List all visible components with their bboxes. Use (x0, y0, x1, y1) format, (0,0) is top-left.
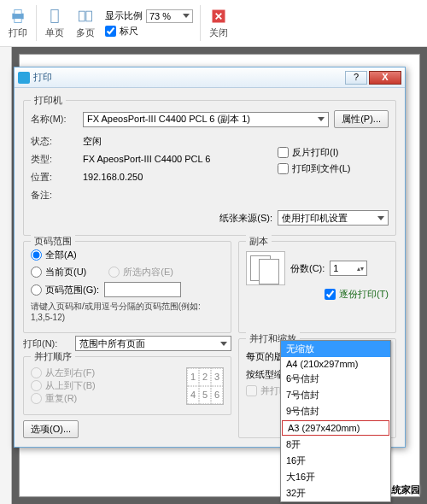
copies-icon (246, 251, 285, 285)
dialog-title: 打印 (33, 71, 343, 84)
dropdown-option[interactable]: A4 (210x297mm) (281, 357, 390, 371)
copies-group: 副本 份数(C): 1▴▾ 逐份打印(T) (238, 241, 396, 333)
chevron-down-icon (183, 14, 190, 18)
pagerange-legend: 页码范围 (31, 235, 75, 248)
order-tb-label: 从上到下(B) (45, 379, 96, 392)
close-icon (210, 8, 227, 25)
order-lr-radio: 从左到右(F) (31, 366, 181, 379)
ribbon-zoom-group: 显示比例 73 % 标尺 (102, 2, 196, 44)
dropdown-option[interactable]: 6号信封 (281, 371, 390, 387)
range-pages-input[interactable] (31, 284, 42, 296)
range-pages-field[interactable] (104, 282, 181, 297)
copies-count-label: 份数(C): (290, 262, 325, 275)
tofile-checkbox[interactable]: 打印到文件(L) (278, 162, 389, 175)
mirror-label: 反片打印(I) (292, 146, 338, 159)
mirror-check-input[interactable] (278, 147, 289, 158)
svg-rect-2 (15, 18, 21, 22)
type-value: FX ApeosPort-III C4400 PCL 6 (83, 154, 210, 164)
range-all-input[interactable] (31, 249, 42, 261)
zoom-value: 73 % (149, 11, 171, 21)
order-lr-label: 从左到右(F) (45, 366, 95, 379)
tofile-check-input[interactable] (278, 163, 289, 174)
dropdown-option[interactable]: 16开 (281, 453, 390, 469)
separator (36, 5, 37, 41)
dropdown-option[interactable]: 9号信封 (281, 403, 390, 419)
close-button[interactable]: X (369, 71, 401, 85)
range-all-radio[interactable]: 全部(A) (31, 249, 224, 261)
dropdown-option-highlighted[interactable]: A3 (297x420mm) (282, 420, 389, 436)
where-label: 位置: (31, 171, 78, 184)
dropdown-option[interactable]: 8开 (281, 437, 390, 453)
chevron-down-icon (377, 216, 384, 220)
status-label: 状态: (31, 135, 78, 148)
printer-name-value: FX ApeosPort-III C4400 PCL 6 (副本 1) (87, 113, 250, 126)
ribbon-print-button[interactable]: 打印 (3, 2, 32, 44)
where-value: 192.168.0.250 (83, 172, 143, 182)
drawsep-check-input (246, 385, 257, 396)
printwhat-value: 范围中所有页面 (79, 337, 145, 350)
dropdown-option[interactable]: 大16开 (281, 469, 390, 485)
type-label: 类型: (31, 153, 78, 166)
singlepage-icon (46, 8, 63, 25)
range-pages-radio[interactable]: 页码范围(G): (31, 284, 99, 296)
multipage-icon (77, 8, 94, 25)
printwhat-combobox[interactable]: 范围中所有页面 (75, 336, 231, 351)
dropdown-option[interactable]: 无缩放 (281, 341, 390, 357)
ribbon-close-label: 关闭 (209, 26, 228, 39)
spinner-arrows-icon: ▴▾ (357, 265, 364, 273)
tofile-label: 打印到文件(L) (292, 162, 350, 175)
ruler-check-input[interactable] (105, 26, 116, 37)
ribbon-singlepage-button[interactable]: 单页 (40, 2, 69, 44)
range-current-input[interactable] (31, 267, 42, 278)
status-value: 空闲 (83, 135, 102, 148)
order-preview-icon: 123456 (186, 367, 224, 405)
chevron-down-icon (220, 342, 227, 346)
copies-count-value: 1 (333, 263, 338, 273)
printer-legend: 打印机 (31, 94, 66, 107)
range-hint: 请键入页码和/或用逗号分隔的页码范围(例如: 1,3,5-12) (31, 301, 224, 322)
print-icon (9, 8, 26, 25)
svg-rect-3 (51, 9, 58, 22)
printer-group: 打印机 名称(M): FX ApeosPort-III C4400 PCL 6 … (23, 100, 396, 236)
ribbon-multipage-button[interactable]: 多页 (71, 2, 100, 44)
ribbon: 打印 单页 多页 显示比例 73 % 标尺 关闭 (0, 0, 427, 47)
options-button[interactable]: 选项(O)... (23, 420, 79, 438)
app-icon (18, 72, 30, 84)
dropdown-option[interactable]: 7号信封 (281, 387, 390, 403)
ruler-checkbox[interactable]: 标尺 (105, 25, 193, 38)
papersource-label: 纸张来源(S): (219, 212, 272, 225)
papersource-combobox[interactable]: 使用打印机设置 (278, 210, 389, 226)
range-selection-radio[interactable]: 所选内容(E) (108, 266, 173, 278)
dialog-titlebar[interactable]: 打印 ? X (15, 67, 405, 88)
paperzoom-dropdown[interactable]: 无缩放 A4 (210x297mm) 6号信封 7号信封 9号信封 A3 (29… (280, 340, 391, 502)
mirror-checkbox[interactable]: 反片打印(I) (278, 146, 389, 159)
separator (200, 5, 201, 41)
svg-rect-5 (86, 11, 92, 21)
range-all-label: 全部(A) (45, 249, 77, 261)
copies-legend: 副本 (246, 235, 272, 248)
vertical-ruler (0, 47, 12, 504)
copies-count-spinner[interactable]: 1▴▾ (330, 261, 367, 276)
order-lr-input (31, 367, 42, 378)
printer-name-combobox[interactable]: FX ApeosPort-III C4400 PCL 6 (副本 1) (83, 112, 329, 127)
printwhat-label: 打印(N): (23, 337, 70, 350)
order-rp-radio: 重复(R) (31, 392, 181, 405)
dropdown-option[interactable]: 32开 (281, 485, 390, 501)
order-legend: 并打顺序 (31, 350, 75, 363)
papersource-value: 使用打印机设置 (282, 212, 348, 225)
collate-check-input[interactable] (325, 289, 336, 300)
ribbon-close-button[interactable]: 关闭 (204, 2, 233, 44)
collate-label: 逐份打印(T) (339, 288, 389, 301)
help-button[interactable]: ? (345, 71, 367, 85)
comment-label: 备注: (31, 189, 78, 202)
zoom-label: 显示比例 (105, 9, 143, 22)
range-selection-input (108, 267, 120, 278)
ribbon-print-label: 打印 (9, 26, 27, 39)
range-selection-label: 所选内容(E) (123, 266, 173, 278)
order-rp-label: 重复(R) (45, 392, 77, 405)
collate-checkbox[interactable]: 逐份打印(T) (246, 288, 389, 301)
range-current-radio[interactable]: 当前页(U) (31, 266, 86, 278)
order-tb-input (31, 380, 42, 391)
zoom-combobox[interactable]: 73 % (146, 9, 193, 23)
properties-button[interactable]: 属性(P)... (334, 110, 389, 128)
